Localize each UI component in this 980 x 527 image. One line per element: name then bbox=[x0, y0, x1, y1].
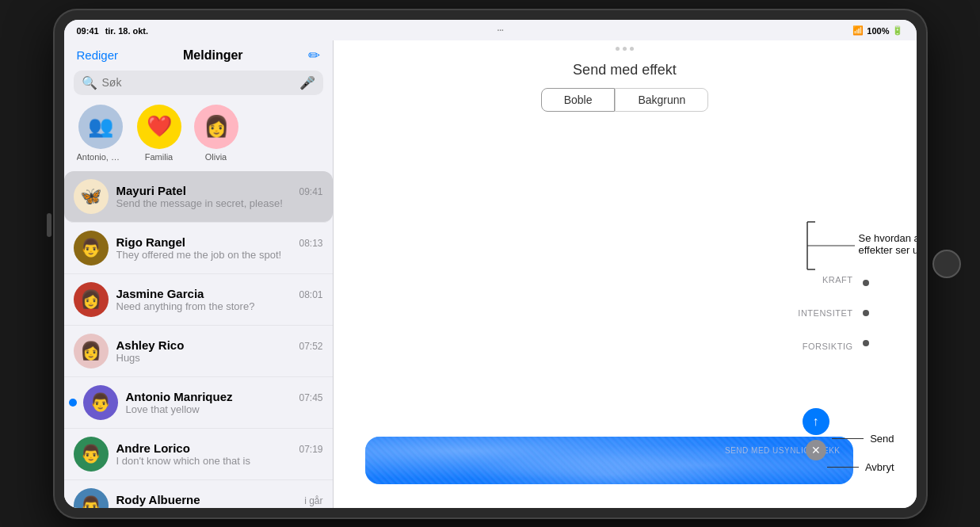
chat-name-antonio2: Antonio Manriquez bbox=[126, 390, 233, 403]
chat-item-rigo[interactable]: 👨 Rigo Rangel 08:13 They offered me the … bbox=[64, 223, 333, 274]
sidebar: Rediger Meldinger ✏ 🔍 🎤 bbox=[64, 40, 334, 508]
status-center: ··· bbox=[498, 26, 504, 35]
dot1 bbox=[616, 47, 620, 51]
chat-name-ashley: Ashley Rico bbox=[116, 338, 185, 352]
sidebar-header-right: ✏ bbox=[308, 47, 320, 64]
status-date: tir. 18. okt. bbox=[105, 26, 148, 36]
status-time: 09:41 bbox=[77, 26, 99, 36]
wifi-icon: 📶 bbox=[852, 25, 864, 36]
chat-name-row-mayuri: Mayuri Patel 09:41 bbox=[116, 184, 323, 197]
chat-time-andre: 07:19 bbox=[299, 444, 322, 455]
search-icon: 🔍 bbox=[82, 75, 97, 90]
chat-name-row-antonio2: Antonio Manriquez 07:45 bbox=[126, 390, 323, 403]
status-dots: ··· bbox=[498, 26, 504, 35]
avatar-rody: 👨 bbox=[74, 488, 109, 508]
compose-button[interactable]: ✏ bbox=[308, 47, 320, 64]
group-avatar-circle-olivia: 👩 bbox=[194, 105, 238, 149]
avatar-ashley: 👩 bbox=[74, 334, 109, 369]
status-right: 📶 100% 🔋 bbox=[852, 25, 903, 36]
group-avatar-olivia[interactable]: 👩 Olivia bbox=[194, 105, 238, 162]
ipad-frame: 09:41 tir. 18. okt. ··· 📶 100% 🔋 Rediger bbox=[55, 10, 926, 517]
group-avatars: 👥 Antonio, Rigo &... ❤️ Familia 👩 bbox=[64, 101, 333, 171]
search-bar[interactable]: 🔍 🎤 bbox=[74, 71, 323, 95]
chat-info-antonio2: Antonio Manriquez 07:45 Love that yellow bbox=[126, 390, 323, 415]
avatar-andre: 👨 bbox=[74, 437, 109, 472]
main-content: Rediger Meldinger ✏ 🔍 🎤 bbox=[64, 40, 917, 508]
chat-time-mayuri: 09:41 bbox=[299, 186, 322, 197]
battery-icon: 🔋 bbox=[892, 25, 903, 36]
right-panel: Send med effekt Boble Bakgrunn KRAFT INT… bbox=[334, 40, 917, 508]
effect-dot-kraft[interactable] bbox=[863, 280, 869, 286]
cancel-button[interactable]: ✕ bbox=[806, 440, 826, 460]
sidebar-title: Meldinger bbox=[183, 48, 243, 63]
chat-item-ashley[interactable]: 👩 Ashley Rico 07:52 Hugs bbox=[64, 326, 333, 377]
chat-name-row-rigo: Rigo Rangel 08:13 bbox=[116, 235, 323, 249]
avatar-antonio2: 👨 bbox=[83, 385, 118, 420]
label-kraft: KRAFT bbox=[822, 275, 853, 285]
chat-info-ashley: Ashley Rico 07:52 Hugs bbox=[116, 338, 323, 364]
chat-info-andre: Andre Lorico 07:19 I don't know which on… bbox=[116, 441, 323, 467]
top-dots bbox=[334, 40, 917, 57]
chat-info-rigo: Rigo Rangel 08:13 They offered me the jo… bbox=[116, 235, 323, 261]
group-avatar-circle-antonio: 👥 bbox=[78, 105, 123, 149]
group-avatar-familia[interactable]: ❤️ Familia bbox=[137, 105, 181, 162]
chat-name-mayuri: Mayuri Patel bbox=[116, 184, 186, 197]
status-bar: 09:41 tir. 18. okt. ··· 📶 100% 🔋 bbox=[64, 20, 917, 40]
sidebar-header-left: Rediger bbox=[77, 48, 119, 63]
sidebar-header: Rediger Meldinger ✏ bbox=[64, 40, 333, 67]
chat-preview-antonio2: Love that yellow bbox=[126, 403, 323, 415]
message-bubble: SEND MED USYNLIG BLEKK Hugs bbox=[365, 437, 853, 484]
tab-bakgrunn[interactable]: Bakgrunn bbox=[615, 88, 708, 112]
tab-bar: Boble Bakgrunn bbox=[334, 88, 917, 112]
group-avatar-antonio[interactable]: 👥 Antonio, Rigo &... bbox=[77, 105, 124, 162]
label-forsiktig: FORSIKTIG bbox=[803, 342, 853, 351]
chat-item-andre[interactable]: 👨 Andre Lorico 07:19 I don't know which … bbox=[64, 429, 333, 480]
effect-dot-intensitet[interactable] bbox=[863, 310, 869, 316]
avatar-mayuri: 🦋 bbox=[74, 179, 109, 214]
dot2 bbox=[623, 47, 627, 51]
chat-list: 🦋 Mayuri Patel 09:41 Send the message in… bbox=[64, 171, 333, 508]
chat-name-rigo: Rigo Rangel bbox=[116, 235, 186, 249]
tab-boble[interactable]: Boble bbox=[541, 88, 616, 112]
chat-time-antonio2: 07:45 bbox=[299, 392, 322, 403]
send-effect-title: Send med effekt bbox=[334, 57, 917, 88]
search-input[interactable] bbox=[102, 76, 295, 89]
group-label-antonio: Antonio, Rigo &... bbox=[77, 152, 124, 162]
chat-item-antonio2[interactable]: 👨 Antonio Manriquez 07:45 Love that yell… bbox=[64, 377, 333, 429]
chat-item-mayuri[interactable]: 🦋 Mayuri Patel 09:41 Send the message in… bbox=[64, 171, 333, 223]
group-label-familia: Familia bbox=[145, 152, 173, 162]
status-left: 09:41 tir. 18. okt. bbox=[77, 26, 149, 36]
chat-item-jasmine[interactable]: 👩 Jasmine Garcia 08:01 Need anything fro… bbox=[64, 274, 333, 326]
effect-dots bbox=[863, 280, 869, 346]
chat-time-ashley: 07:52 bbox=[299, 341, 322, 352]
side-button[interactable] bbox=[47, 213, 51, 237]
send-button[interactable]: ↑ bbox=[803, 408, 829, 435]
chat-name-rody: Rody Albuerne bbox=[116, 493, 200, 506]
ipad-screen: 09:41 tir. 18. okt. ··· 📶 100% 🔋 Rediger bbox=[64, 20, 917, 508]
chat-name-jasmine: Jasmine Garcia bbox=[116, 287, 204, 300]
label-intensitet: INTENSITET bbox=[798, 308, 852, 318]
effect-dot-forsiktig[interactable] bbox=[863, 340, 869, 346]
chat-time-rody: i går bbox=[304, 495, 322, 506]
chat-name-row-rody: Rody Albuerne i går bbox=[116, 493, 323, 506]
chat-item-rody[interactable]: 👨 Rody Albuerne i går In an hour... bbox=[64, 480, 333, 508]
ink-particles bbox=[365, 437, 853, 484]
chat-preview-andre: I don't know which one that is bbox=[116, 455, 323, 467]
familia-emoji: ❤️ bbox=[147, 114, 172, 139]
edit-button[interactable]: Rediger bbox=[77, 48, 119, 62]
chat-name-row-jasmine: Jasmine Garcia 08:01 bbox=[116, 287, 323, 300]
effect-labels: KRAFT INTENSITET FORSIKTIG bbox=[798, 275, 852, 351]
home-button[interactable] bbox=[932, 250, 961, 278]
chat-name-row-ashley: Ashley Rico 07:52 bbox=[116, 338, 323, 352]
chat-preview-ashley: Hugs bbox=[116, 352, 323, 364]
chat-time-jasmine: 08:01 bbox=[299, 289, 322, 300]
group-avatar-circle-familia: ❤️ bbox=[137, 105, 181, 149]
chat-preview-mayuri: Send the message in secret, please! bbox=[116, 197, 323, 209]
unread-dot-antonio2 bbox=[69, 399, 77, 407]
olivia-emoji: 👩 bbox=[204, 114, 229, 139]
btn-column: ↑ ✕ bbox=[803, 408, 829, 460]
chat-name-row-andre: Andre Lorico 07:19 bbox=[116, 441, 323, 455]
chat-info-mayuri: Mayuri Patel 09:41 Send the message in s… bbox=[116, 184, 323, 209]
chat-info-rody: Rody Albuerne i går In an hour... bbox=[116, 493, 323, 508]
battery-percent: 100% bbox=[867, 26, 889, 36]
